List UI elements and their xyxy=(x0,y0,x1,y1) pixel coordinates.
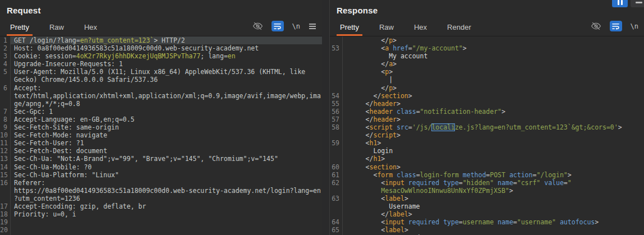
line-number: 19 xyxy=(0,218,7,226)
code-line[interactable]: <form class=login-form method=POST actio… xyxy=(343,171,644,179)
code-line[interactable]: MesacOwWlnooINnwu8UnNxYf0ZPmjXSB"> xyxy=(343,187,644,195)
code-line[interactable]: </script> xyxy=(343,131,644,139)
code-line[interactable]: Sec-Fetch-User: ?1 xyxy=(11,139,322,147)
code-token: </ xyxy=(346,210,389,218)
code-line[interactable]: Sec-Fetch-Site: same-origin xyxy=(11,123,322,131)
code-line[interactable]: </section> xyxy=(343,92,644,100)
code-line[interactable]: <label> xyxy=(343,195,644,202)
code-line[interactable]: Sec-Fetch-Dest: document xyxy=(11,147,322,155)
code-line[interactable] xyxy=(11,226,322,234)
code-line[interactable] xyxy=(11,218,322,226)
code-line[interactable]: My account xyxy=(343,52,644,60)
code-line[interactable]: </h1> xyxy=(343,155,644,163)
code-line[interactable]: Accept-Language: en-GB,en;q=0.5 xyxy=(11,116,322,123)
code-token: = xyxy=(408,44,412,52)
code-line[interactable]: <section> xyxy=(343,163,644,171)
code-line[interactable]: </p> xyxy=(343,36,644,44)
code-line-selected[interactable]: GET /login/?lang=en?utm_content=123`> HT… xyxy=(11,36,322,44)
request-editor[interactable]: 12345 6 78910111213141516 17181920 GET /… xyxy=(0,36,322,235)
code-line[interactable]: Sec-Gpc: 1 xyxy=(11,108,322,116)
code-line[interactable]: Accept: xyxy=(11,84,322,92)
tab-render[interactable]: Render xyxy=(444,19,475,36)
code-line[interactable]: User-Agent: Mozilla/5.0 (X11; Linux x86_… xyxy=(11,68,322,76)
panel-divider[interactable] xyxy=(322,0,329,235)
line-number: 65 xyxy=(330,226,339,234)
menu-icon[interactable] xyxy=(309,23,316,30)
code-token: > xyxy=(618,123,622,131)
code-line[interactable]: <p> xyxy=(343,68,644,76)
tab-hex[interactable]: Hex xyxy=(411,19,430,36)
tab-raw[interactable]: Raw xyxy=(46,19,67,36)
code-token: > HTTP/2 xyxy=(154,36,185,44)
request-code-lines[interactable]: GET /login/?lang=en?utm_content=123`> HT… xyxy=(11,36,322,235)
code-line[interactable]: </label> xyxy=(343,210,644,218)
code-token: Accept: xyxy=(14,84,41,92)
tab-hex[interactable]: Hex xyxy=(81,19,100,36)
code-line[interactable]: <a href="/my-account"> xyxy=(343,44,644,52)
pane-layout-button[interactable] xyxy=(612,0,628,7)
request-title: Request xyxy=(7,6,41,15)
code-line[interactable]: Host: 0a8f00ed0414936583c51a18009c00d0.w… xyxy=(11,44,322,52)
pause-icon xyxy=(618,0,619,5)
code-token: login-form xyxy=(420,171,459,179)
code-token: < xyxy=(346,68,385,76)
code-token: label xyxy=(389,210,408,218)
line-number xyxy=(330,52,339,60)
code-token: Upgrade-Insecure-Requests: 1 xyxy=(14,60,123,68)
code-line[interactable]: </header> xyxy=(343,116,644,123)
code-token: MesacOwWlnooINnwu8UnNxYf0ZPmjXSB" xyxy=(346,187,509,195)
tab-raw[interactable]: Raw xyxy=(376,19,397,36)
code-line[interactable]: </header> xyxy=(343,100,644,108)
code-line[interactable]: | xyxy=(343,76,644,84)
code-line[interactable]: <input required type=username name="user… xyxy=(343,218,644,226)
code-line[interactable]: Gecko) Chrome/145.0.0.0 Safari/537.36 xyxy=(11,76,322,84)
code-line[interactable]: Upgrade-Insecure-Requests: 1 xyxy=(11,60,322,68)
line-number xyxy=(330,210,339,218)
code-line[interactable]: Sec-Fetch-Mode: navigate xyxy=(11,131,322,139)
pause-icon xyxy=(621,0,623,5)
code-line[interactable]: <input required type="hidden" name="csrf… xyxy=(343,179,644,187)
code-line[interactable]: text/html,application/xhtml+xml,applicat… xyxy=(11,92,322,100)
code-token: section xyxy=(381,92,408,100)
code-token: < xyxy=(346,44,385,52)
code-line[interactable]: https://0a8f00ed0414936583c51a18009c00d0… xyxy=(11,187,322,195)
code-token: "username" xyxy=(517,218,556,226)
code-line[interactable]: <header class="notification-header"> xyxy=(343,108,644,116)
code-line[interactable]: </a> xyxy=(343,60,644,68)
newline-icon[interactable]: \n xyxy=(292,22,300,30)
response-toolbar: \n xyxy=(591,19,638,36)
response-code-lines[interactable]: </p> <a href="/my-account"> My account <… xyxy=(343,36,644,235)
code-line[interactable]: Priority: u=0, i xyxy=(11,210,322,218)
code-line[interactable]: ge/apng,*/*;q=0.8 xyxy=(11,100,322,108)
code-line[interactable]: Login xyxy=(343,147,644,155)
hide-icon[interactable] xyxy=(252,22,263,30)
code-line[interactable]: <label> xyxy=(343,226,644,234)
tab-pretty[interactable]: Pretty xyxy=(7,19,33,36)
response-editor[interactable]: 53 5455565758 59 606162 63 6465 </p> <a … xyxy=(330,36,644,235)
code-line[interactable]: Sec-Ch-Ua-Mobile: ?0 xyxy=(11,163,322,171)
code-line[interactable]: Accept-Encoding: gzip, deflate, br xyxy=(11,202,322,210)
code-line[interactable]: <script src='/js/localize.js?lang=en?utm… xyxy=(343,123,644,131)
word-wrap-icon[interactable] xyxy=(272,21,284,31)
code-line[interactable]: Cookie: session=4oK2r7Rkyj6hhDKxzejUqBMJ… xyxy=(11,52,322,60)
code-line[interactable]: <h1> xyxy=(343,139,644,147)
code-token: = xyxy=(459,179,463,187)
hide-icon[interactable] xyxy=(591,22,601,30)
code-token: = xyxy=(564,179,568,187)
code-token: < xyxy=(346,139,370,147)
code-line[interactable]: ?utm_content=1236 xyxy=(11,195,322,202)
minimize-button[interactable] xyxy=(631,0,644,7)
code-line[interactable]: Sec-Ch-Ua-Platform: "Linux" xyxy=(11,171,322,179)
line-number: 13 xyxy=(0,155,7,163)
request-panel: Request Pretty Raw Hex \n xyxy=(0,0,322,235)
tab-pretty[interactable]: Pretty xyxy=(337,19,362,36)
code-token: type xyxy=(443,218,459,226)
line-number xyxy=(330,155,339,163)
code-line[interactable]: Username xyxy=(343,202,644,210)
code-line[interactable]: Sec-Ch-Ua: "Not:A-Brand";v="99", "Brave"… xyxy=(11,155,322,163)
newline-icon[interactable]: \n xyxy=(631,22,638,30)
code-line[interactable]: </p> xyxy=(343,84,644,92)
code-token: "/my-account" xyxy=(412,44,463,52)
word-wrap-icon[interactable] xyxy=(610,21,622,31)
code-line[interactable]: Referer: xyxy=(11,179,322,187)
